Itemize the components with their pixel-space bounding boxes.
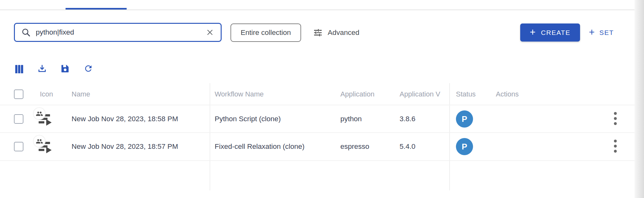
workflow-name: Python Script (clone) <box>215 115 281 123</box>
row-checkbox[interactable] <box>14 114 23 124</box>
entire-collection-button[interactable]: Entire collection <box>230 23 301 42</box>
row-actions-menu-icon[interactable] <box>613 140 617 153</box>
play-icon <box>46 119 52 126</box>
row-actions-menu-icon[interactable] <box>613 112 617 125</box>
row-divider <box>0 132 635 133</box>
column-header-actions[interactable]: Actions <box>496 90 519 98</box>
columns-icon[interactable] <box>14 63 24 74</box>
clear-search-icon[interactable] <box>205 28 214 37</box>
select-all-checkbox[interactable] <box>14 89 23 99</box>
play-icon <box>46 147 52 153</box>
job-name: New Job Nov 28, 2023, 18:58 PM <box>72 115 178 123</box>
tune-icon <box>313 28 323 38</box>
job-icon <box>34 107 52 127</box>
column-header-status[interactable]: Status <box>456 90 476 98</box>
search-input[interactable] <box>36 28 200 36</box>
row-checkbox[interactable] <box>14 142 23 151</box>
job-name: New Job Nov 28, 2023, 18:57 PM <box>72 142 178 151</box>
save-icon[interactable] <box>60 63 70 74</box>
create-label: CREATE <box>541 29 570 36</box>
refresh-icon[interactable] <box>83 63 93 74</box>
download-icon[interactable] <box>37 63 47 74</box>
entire-collection-label: Entire collection <box>241 29 291 37</box>
row-divider <box>0 105 635 105</box>
plus-icon: + <box>530 27 535 37</box>
application: python <box>340 115 362 123</box>
set-button[interactable]: + SET <box>589 23 614 42</box>
application-version: 5.4.0 <box>400 142 415 151</box>
scrollbar-track[interactable] <box>635 0 644 198</box>
column-header-workflow-name[interactable]: Workflow Name <box>215 90 264 98</box>
column-header-application-version[interactable]: Application V <box>400 90 449 98</box>
workflow-name: Fixed-cell Relaxation (clone) <box>215 142 305 151</box>
job-icon <box>34 134 52 155</box>
shared-group-badge-icon <box>34 108 45 119</box>
column-divider <box>449 83 450 190</box>
table-toolbar <box>14 63 93 74</box>
application: espresso <box>340 142 369 151</box>
column-header-name[interactable]: Name <box>72 90 90 98</box>
plus-icon: + <box>589 27 595 37</box>
header-divider <box>0 10 635 10</box>
row-divider <box>0 160 635 161</box>
status-badge: P <box>456 138 473 155</box>
application-version: 3.8.6 <box>400 115 415 123</box>
search-icon <box>21 28 31 37</box>
status-badge: P <box>456 110 473 128</box>
search-box[interactable] <box>14 23 222 42</box>
column-header-application[interactable]: Application <box>340 90 375 98</box>
column-header-icon[interactable]: Icon <box>40 90 53 98</box>
advanced-filter-button[interactable]: Advanced <box>313 23 359 42</box>
create-button[interactable]: + CREATE <box>520 23 580 42</box>
column-divider <box>210 83 210 190</box>
set-label: SET <box>599 29 614 36</box>
advanced-label: Advanced <box>328 29 359 37</box>
shared-group-badge-icon <box>34 135 45 147</box>
